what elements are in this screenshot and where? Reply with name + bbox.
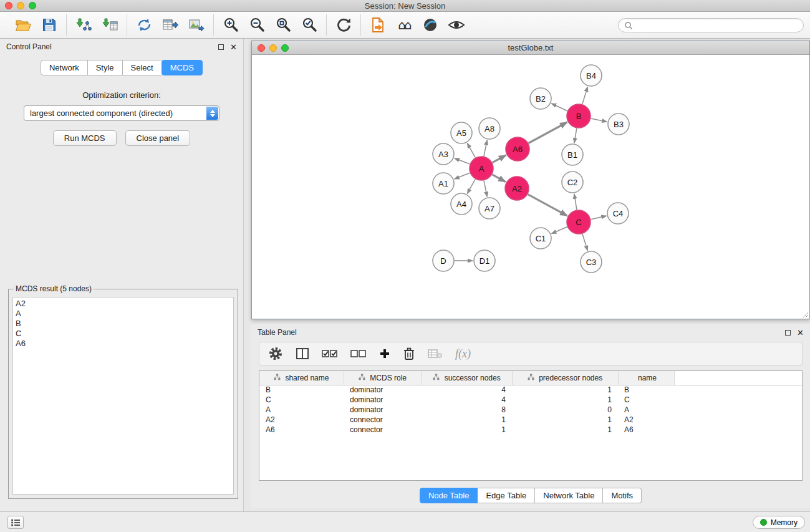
graph-edge[interactable] — [455, 173, 470, 179]
graph-edge[interactable] — [591, 216, 607, 220]
tab-select[interactable]: Select — [122, 60, 162, 75]
graph-edge[interactable] — [574, 128, 577, 143]
table-row[interactable]: A6connector11A6 — [259, 425, 802, 435]
graph-node-B4[interactable]: B4 — [581, 65, 602, 86]
graph-node-A3[interactable]: A3 — [433, 143, 454, 165]
export-image-button[interactable] — [185, 14, 208, 36]
graph-edge[interactable] — [484, 181, 487, 197]
graph-node-B2[interactable]: B2 — [530, 88, 551, 109]
select-all-button[interactable] — [322, 348, 338, 359]
zoom-selected-button[interactable] — [298, 14, 321, 36]
network-minimize-button[interactable] — [269, 44, 277, 52]
node-table[interactable]: shared name MCDS role successor nodes — [259, 371, 802, 435]
import-network-from-file-button[interactable] — [72, 14, 95, 36]
network-canvas[interactable]: AA6A2BCA1A3A4A5A7A8B1B2B3B4C1C2C3C4DD1 — [252, 55, 809, 319]
float-panel-icon[interactable] — [218, 44, 224, 50]
table-row[interactable]: Cdominator41C — [259, 395, 802, 405]
graph-edge[interactable] — [582, 234, 587, 251]
resize-handle[interactable] — [801, 311, 809, 318]
graph-node-A2[interactable]: A2 — [505, 177, 529, 200]
close-panel-icon[interactable]: ✕ — [230, 43, 237, 51]
minimize-window-button[interactable] — [17, 2, 24, 9]
apply-preferred-layout-button[interactable] — [332, 14, 355, 36]
export-table-button[interactable] — [159, 14, 181, 36]
table-mode-button[interactable] — [268, 346, 283, 361]
result-item[interactable]: A — [16, 309, 231, 319]
deselect-all-button[interactable] — [350, 348, 367, 359]
graph-node-C[interactable]: C — [567, 210, 591, 234]
close-window-button[interactable] — [5, 2, 12, 9]
result-item[interactable]: A2 — [16, 299, 231, 309]
graph-edge[interactable] — [493, 155, 506, 163]
graph-edge[interactable] — [582, 87, 588, 104]
graph-node-C1[interactable]: C1 — [530, 228, 551, 249]
graph-node-D[interactable]: D — [433, 250, 454, 271]
graph-node-A[interactable]: A — [470, 157, 493, 180]
visual-style-button[interactable] — [419, 14, 441, 36]
zoom-window-button[interactable] — [29, 2, 36, 9]
create-column-button[interactable] — [379, 348, 390, 359]
graph-edge[interactable] — [528, 195, 567, 216]
delete-columns-button[interactable] — [403, 347, 415, 360]
table-row[interactable]: Bdominator41B — [259, 385, 802, 395]
graph-node-C3[interactable]: C3 — [581, 251, 602, 273]
graph-edge[interactable] — [467, 143, 475, 158]
mcds-result-list[interactable]: A2ABCA6 — [12, 297, 234, 495]
function-builder-button[interactable]: f(x) — [455, 347, 471, 360]
result-item[interactable]: C — [16, 329, 231, 339]
column-header-successor-nodes[interactable]: successor nodes — [422, 371, 512, 385]
column-header-predecessor-nodes[interactable]: predecessor nodes — [512, 371, 618, 385]
graph-edge[interactable] — [551, 104, 567, 111]
result-item[interactable]: A6 — [16, 339, 231, 349]
network-zoom-button[interactable] — [281, 44, 289, 52]
open-session-button[interactable] — [12, 14, 34, 36]
graph-node-A4[interactable]: A4 — [451, 193, 472, 215]
column-selector-button[interactable] — [296, 347, 309, 360]
zoom-fit-button[interactable] — [272, 14, 294, 36]
home-button[interactable]: ⌂⌂ — [393, 14, 415, 36]
graph-edge[interactable] — [591, 118, 607, 122]
column-header-mcds-role[interactable]: MCDS role — [344, 371, 422, 385]
zoom-in-button[interactable] — [219, 14, 242, 36]
task-history-button[interactable] — [7, 516, 24, 529]
graph-node-B[interactable]: B — [567, 104, 591, 128]
table-row[interactable]: A2connector11A2 — [259, 415, 802, 425]
graph-node-C4[interactable]: C4 — [607, 203, 629, 224]
graph-node-A1[interactable]: A1 — [433, 173, 454, 194]
graph-node-A6[interactable]: A6 — [506, 137, 529, 161]
graph-node-B3[interactable]: B3 — [608, 114, 629, 135]
graph-edge[interactable] — [529, 122, 567, 143]
tab-style[interactable]: Style — [87, 60, 122, 75]
float-table-panel-icon[interactable] — [785, 330, 791, 336]
close-table-panel-icon[interactable]: ✕ — [797, 329, 804, 337]
graph-node-A8[interactable]: A8 — [479, 118, 500, 139]
optimization-criterion-select[interactable]: largest connected component (directed) — [24, 105, 219, 121]
graph-node-C2[interactable]: C2 — [562, 172, 583, 193]
graph-node-D1[interactable]: D1 — [474, 250, 495, 271]
zoom-out-button[interactable] — [246, 14, 268, 36]
column-header-shared-name[interactable]: shared name — [259, 371, 344, 385]
open-network-file-button[interactable] — [367, 14, 389, 36]
search-input[interactable] — [636, 21, 798, 30]
table-row[interactable]: Adominator80A — [259, 405, 802, 415]
network-window-titlebar[interactable]: testGlobe.txt — [252, 41, 809, 55]
run-mcds-button[interactable]: Run MCDS — [53, 130, 117, 146]
new-network-button[interactable] — [133, 14, 155, 36]
memory-button[interactable]: Memory — [753, 516, 805, 529]
tab-edge-table[interactable]: Edge Table — [478, 488, 535, 503]
tab-network-table[interactable]: Network Table — [535, 488, 603, 503]
tab-network[interactable]: Network — [41, 60, 87, 75]
graph-node-B1[interactable]: B1 — [562, 144, 583, 165]
graph-edge[interactable] — [551, 227, 567, 234]
graph-node-A7[interactable]: A7 — [479, 198, 500, 219]
tab-motifs[interactable]: Motifs — [603, 488, 642, 503]
graph-edge[interactable] — [574, 194, 577, 210]
show-graphics-details-button[interactable] — [445, 14, 468, 36]
graph-edge[interactable] — [467, 179, 475, 193]
graph-edge[interactable] — [492, 175, 505, 182]
result-item[interactable]: B — [16, 319, 231, 329]
graph-edge[interactable] — [455, 158, 470, 164]
column-header-name[interactable]: name — [618, 371, 674, 385]
delete-table-button[interactable] — [428, 348, 443, 359]
network-close-button[interactable] — [258, 44, 265, 52]
